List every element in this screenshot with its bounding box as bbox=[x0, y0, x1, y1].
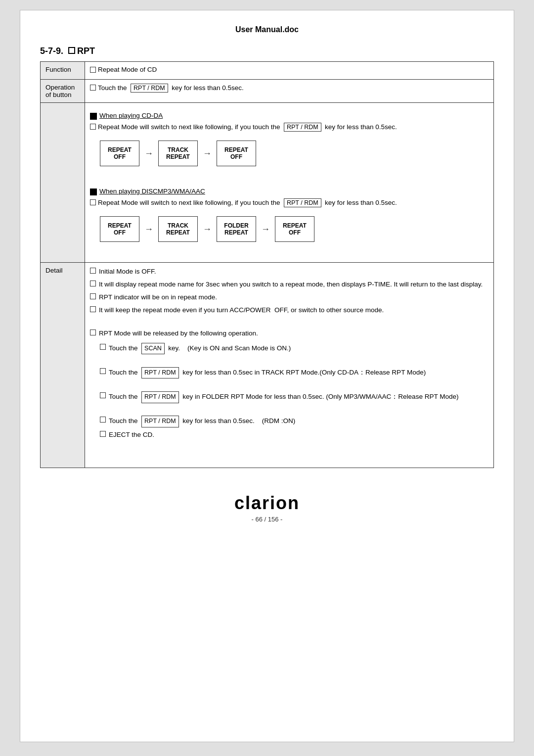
main-table: Function Repeat Mode of CD Operationof b… bbox=[40, 61, 494, 468]
detail-line-4: It will keep the repeat mode even if you… bbox=[90, 305, 489, 316]
disc-heading-text: When playing DISCMP3/WMA/AAC bbox=[99, 188, 205, 195]
checkbox-icon bbox=[100, 368, 106, 374]
disc-diagram: REPEAT OFF → TRACK REPEAT → FOLDER REPEA… bbox=[100, 216, 489, 242]
checkbox-icon bbox=[100, 431, 106, 437]
detail-line-8: Touch the RPT / RDM key in FOLDER RPT Mo… bbox=[100, 391, 489, 403]
table-row-playing: When playing CD-DA Repeat Mode will swit… bbox=[41, 103, 494, 263]
mode-label-4a: REPEAT bbox=[108, 222, 132, 229]
table-row-function: Function Repeat Mode of CD bbox=[41, 62, 494, 80]
mode-label-1b: OFF bbox=[114, 153, 126, 160]
rpt-rdm-key-6: RPT / RDM bbox=[141, 416, 179, 427]
mode-box-repeat-off-1: REPEAT OFF bbox=[100, 141, 139, 166]
checkbox-icon bbox=[90, 281, 96, 286]
mode-box-track-repeat: TRACK REPEAT bbox=[158, 141, 198, 166]
page-title: User Manual.doc bbox=[40, 25, 494, 34]
cdda-section-label: When playing CD-DA bbox=[90, 112, 489, 120]
mode-label-2b: REPEAT bbox=[166, 153, 190, 160]
detail-text-6: Touch the SCAN key. (Key is ON and Scan … bbox=[109, 343, 291, 354]
rpt-rdm-key-5: RPT / RDM bbox=[141, 391, 179, 403]
table-row-operation: Operationof button Touch the RPT / RDM k… bbox=[41, 80, 494, 103]
detail-line-3: RPT indicator will be on in repeat mode. bbox=[90, 292, 489, 303]
detail-text-1: Initial Mode is OFF. bbox=[99, 267, 156, 277]
function-line: Repeat Mode of CD bbox=[90, 66, 489, 73]
brand-logo: clarion bbox=[40, 493, 494, 514]
cdda-heading-text: When playing CD-DA bbox=[99, 112, 163, 119]
detail-text-7: Touch the RPT / RDM key for less than 0.… bbox=[109, 367, 426, 378]
footer: clarion - 66 / 156 - bbox=[40, 493, 494, 523]
detail-text-3: RPT indicator will be on in repeat mode. bbox=[99, 292, 217, 303]
checkbox-icon bbox=[90, 124, 96, 130]
checkbox-icon bbox=[90, 268, 96, 274]
arrow-icon-5: → bbox=[261, 224, 270, 235]
page-number: - 66 / 156 - bbox=[40, 516, 494, 523]
checkbox-icon bbox=[90, 293, 96, 299]
cdda-desc-line: Repeat Mode will switch to next like fol… bbox=[90, 123, 489, 132]
section-heading: 5-7-9. RPT bbox=[40, 46, 494, 56]
checkbox-icon bbox=[90, 330, 96, 335]
black-square-icon bbox=[90, 113, 97, 120]
arrow-icon-2: → bbox=[203, 148, 212, 159]
operation-text: Touch the RPT / RDM key for less than 0.… bbox=[98, 84, 244, 93]
mode-label-3b: OFF bbox=[230, 153, 242, 160]
disc-desc-line: Repeat Mode will switch to next like fol… bbox=[90, 198, 489, 207]
rpt-rdm-key: RPT / RDM bbox=[131, 84, 168, 93]
rpt-rdm-key-4: RPT / RDM bbox=[141, 367, 179, 378]
arrow-icon-4: → bbox=[203, 224, 212, 235]
detail-text-2: It will display repeat mode name for 3se… bbox=[99, 280, 483, 290]
disc-desc-text: Repeat Mode will switch to next like fol… bbox=[98, 198, 397, 207]
mode-box-track-repeat-2: TRACK REPEAT bbox=[158, 216, 198, 242]
mode-box-repeat-off-3: REPEAT OFF bbox=[100, 216, 139, 242]
function-label: Function bbox=[41, 62, 85, 80]
mode-box-folder-repeat: FOLDER REPEAT bbox=[217, 216, 256, 242]
checkbox-icon bbox=[100, 417, 106, 423]
mode-box-repeat-off-2: REPEAT OFF bbox=[217, 141, 256, 166]
mode-label-5b: REPEAT bbox=[166, 229, 190, 236]
mode-label-3a: REPEAT bbox=[224, 146, 248, 153]
detail-text-9: Touch the RPT / RDM key for less than 0.… bbox=[109, 416, 295, 427]
checkbox-icon bbox=[90, 67, 96, 73]
operation-line: Touch the RPT / RDM key for less than 0.… bbox=[90, 84, 489, 93]
playing-content: When playing CD-DA Repeat Mode will swit… bbox=[85, 103, 494, 263]
mode-label-2a: TRACK bbox=[168, 146, 188, 153]
mode-label-7a: REPEAT bbox=[283, 222, 307, 229]
mode-label-4b: OFF bbox=[114, 229, 126, 236]
detail-line-5: RPT Mode will be released by the followi… bbox=[90, 329, 489, 339]
checkbox-icon bbox=[90, 306, 96, 312]
checkbox-icon bbox=[100, 344, 106, 350]
arrow-icon-3: → bbox=[144, 224, 153, 235]
mode-label-6a: FOLDER bbox=[224, 222, 248, 229]
detail-text-10: EJECT the CD. bbox=[109, 430, 154, 440]
operation-label: Operationof button bbox=[41, 80, 85, 103]
mode-label-6b: REPEAT bbox=[224, 229, 248, 236]
detail-label: Detail bbox=[41, 263, 85, 468]
arrow-icon-1: → bbox=[144, 148, 153, 159]
small-square-icon bbox=[68, 47, 75, 54]
operation-content: Touch the RPT / RDM key for less than 0.… bbox=[85, 80, 494, 103]
table-row-detail: Detail Initial Mode is OFF. It will disp… bbox=[41, 263, 494, 468]
detail-line-9: Touch the RPT / RDM key for less than 0.… bbox=[100, 416, 489, 427]
detail-line-7: Touch the RPT / RDM key for less than 0.… bbox=[100, 367, 489, 378]
checkbox-icon bbox=[90, 85, 96, 91]
mode-label-1a: REPEAT bbox=[108, 146, 132, 153]
detail-text-8: Touch the RPT / RDM key in FOLDER RPT Mo… bbox=[109, 391, 458, 403]
cdda-diagram: REPEAT OFF → TRACK REPEAT → REPEAT OFF bbox=[100, 141, 489, 166]
scan-key: SCAN bbox=[141, 343, 165, 354]
checkbox-icon bbox=[100, 392, 106, 398]
detail-indent-group: Touch the SCAN key. (Key is ON and Scan … bbox=[100, 343, 489, 440]
mode-label-5a: TRACK bbox=[168, 222, 188, 229]
detail-content: Initial Mode is OFF. It will display rep… bbox=[85, 263, 494, 468]
rpt-rdm-key-2: RPT / RDM bbox=[284, 123, 321, 132]
detail-line-10: EJECT the CD. bbox=[100, 430, 489, 440]
function-content: Repeat Mode of CD bbox=[85, 62, 494, 80]
checkbox-icon bbox=[90, 199, 96, 205]
function-text: Repeat Mode of CD bbox=[98, 66, 157, 73]
cdda-desc-text: Repeat Mode will switch to next like fol… bbox=[98, 123, 397, 132]
black-square-icon-2 bbox=[90, 189, 97, 195]
mode-box-repeat-off-4: REPEAT OFF bbox=[275, 216, 314, 242]
detail-text-5: RPT Mode will be released by the followi… bbox=[99, 329, 258, 339]
detail-text-4: It will keep the repeat mode even if you… bbox=[99, 305, 384, 316]
playing-label bbox=[41, 103, 85, 263]
rpt-rdm-key-3: RPT / RDM bbox=[284, 198, 321, 207]
document-page: User Manual.doc 5-7-9. RPT Function Repe… bbox=[20, 10, 514, 742]
heading-text: 5-7-9. RPT bbox=[40, 46, 95, 56]
